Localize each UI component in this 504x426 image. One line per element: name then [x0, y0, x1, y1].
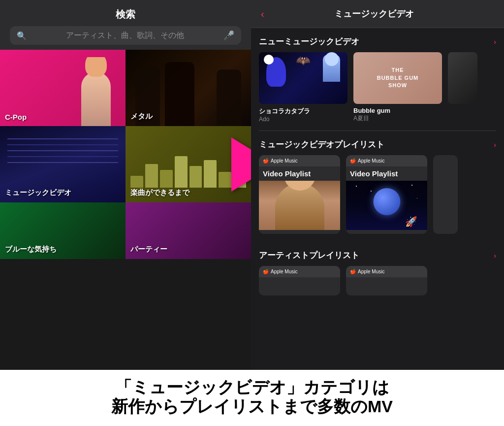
category-songs-label: 楽曲ができるまで [130, 188, 189, 197]
right-panel: ‹ ミュージックビデオ ニューミュージックビデオ › [251, 0, 504, 370]
playlist-img-2: 🚀 [346, 181, 427, 230]
video-title-ado: ショコラカタブラ [259, 107, 347, 116]
bottom-line-1: 「ミュージックビデオ」カテゴリは [10, 378, 494, 397]
microphone-icon[interactable]: 🎤 [223, 30, 234, 41]
video-artist-ado: Ado [259, 116, 347, 123]
playlist-card-2-header: 🍎 Apple Music [346, 155, 427, 166]
apple-music-icon-3: 🍎 [263, 269, 269, 274]
back-button[interactable]: ‹ [261, 8, 264, 20]
apple-music-icon-4: 🍎 [350, 269, 356, 274]
search-header: 検索 🔍 アーティスト、曲、歌詞、その他 🎤 [0, 0, 251, 50]
playlist-content-label-1: Video Playlist [259, 166, 340, 181]
artist-playlist-apple-label: Apple Music [271, 269, 297, 274]
search-placeholder-text: アーティスト、曲、歌詞、その他 [31, 31, 220, 41]
playlist-content-label-2: Video Playlist [346, 166, 427, 181]
search-icon: 🔍 [17, 31, 27, 40]
playlist-section-header: ミュージックビデオプレイリスト › [251, 131, 504, 155]
category-party-label: パーティー [130, 245, 167, 254]
artist-playlist-card-2-header: 🍎 Apple Music [346, 266, 427, 277]
bottom-line-2: 新作からプレイリストまで多数のMV [10, 397, 494, 416]
category-grid: C-Pop メタル ミュージックビデオ [0, 50, 251, 370]
playlist-cards-row: 🍎 Apple Music Video Playlist [251, 155, 504, 242]
apple-music-icon-2: 🍎 [350, 158, 356, 164]
playlist-card-1[interactable]: 🍎 Apple Music Video Playlist [259, 155, 340, 234]
artist-playlist-title: アーティストプレイリスト [259, 250, 359, 261]
category-cpop-label: C-Pop [5, 113, 27, 121]
video-card-third[interactable] [448, 52, 477, 123]
category-metal-label: メタル [130, 112, 153, 121]
new-videos-more[interactable]: › [494, 38, 496, 46]
category-songs[interactable]: 楽曲ができるまで [126, 126, 251, 202]
grid-row-2: ミュージックビデオ 楽曲ができるまで [0, 126, 251, 202]
artist-playlist-card-1-header: 🍎 Apple Music [259, 266, 340, 277]
apple-music-icon-1: 🍎 [263, 158, 269, 164]
artist-playlist-section-header: アーティストプレイリスト › [251, 242, 504, 266]
video-thumb-bubblegum: THEBUBBLE GUMSHOW [353, 52, 442, 104]
video-artist-bubblegum: A夏目 [353, 114, 442, 123]
playlist-section-more[interactable]: › [494, 141, 496, 149]
video-title-bubblegum: Bubble gum [353, 107, 442, 114]
new-videos-title: ニューミュージックビデオ [259, 36, 359, 47]
category-cpop[interactable]: C-Pop [0, 50, 126, 126]
playlist-label-2: Apple Music [358, 158, 384, 164]
video-thumb-third [448, 52, 477, 104]
playlist-label-1: Apple Music [271, 158, 297, 164]
category-musicvideo-label: ミュージックビデオ [5, 188, 71, 197]
left-panel: 検索 🔍 アーティスト、曲、歌詞、その他 🎤 C-Pop [0, 0, 251, 370]
playlist-section-title: ミュージックビデオプレイリスト [259, 139, 384, 150]
video-thumb-ado: 🦇 [259, 52, 347, 104]
artist-playlist-row: 🍎 Apple Music 🍎 Apple Music [251, 266, 504, 303]
playlist-card-2[interactable]: 🍎 Apple Music Video Playlist [346, 155, 427, 234]
grid-row-1: C-Pop メタル [0, 50, 251, 126]
new-videos-section-header: ニューミュージックビデオ › [251, 28, 504, 52]
artist-playlist-apple-label-2: Apple Music [358, 269, 384, 274]
grid-row-3: ブルーな気持ち パーティー [0, 202, 251, 259]
video-cards-row: 🦇 ショコラカタブラ Ado THEBUBBLE GUMSHOW Bubble … [251, 52, 504, 131]
video-card-ado[interactable]: 🦇 ショコラカタブラ Ado [259, 52, 347, 123]
category-party[interactable]: パーティー [126, 202, 251, 259]
artist-playlist-more[interactable]: › [494, 252, 496, 260]
right-title: ミュージックビデオ [270, 8, 478, 20]
search-title: 検索 [10, 8, 241, 21]
category-metal[interactable]: メタル [126, 50, 251, 126]
category-musicvideo[interactable]: ミュージックビデオ [0, 126, 126, 202]
artist-playlist-card-1[interactable]: 🍎 Apple Music [259, 266, 340, 295]
search-bar[interactable]: 🔍 アーティスト、曲、歌詞、その他 🎤 [10, 26, 241, 45]
category-blue-label: ブルーな気持ち [5, 245, 57, 254]
playlist-card-3[interactable] [433, 155, 458, 234]
video-card-bubblegum[interactable]: THEBUBBLE GUMSHOW Bubble gum A夏目 [353, 52, 442, 123]
playlist-img-1 [259, 181, 340, 230]
artist-playlist-card-2[interactable]: 🍎 Apple Music [346, 266, 427, 295]
category-blue[interactable]: ブルーな気持ち [0, 202, 126, 259]
playlist-card-1-header: 🍎 Apple Music [259, 155, 340, 166]
bottom-annotation: 「ミュージックビデオ」カテゴリは 新作からプレイリストまで多数のMV [0, 370, 504, 426]
right-header: ‹ ミュージックビデオ [251, 0, 504, 28]
